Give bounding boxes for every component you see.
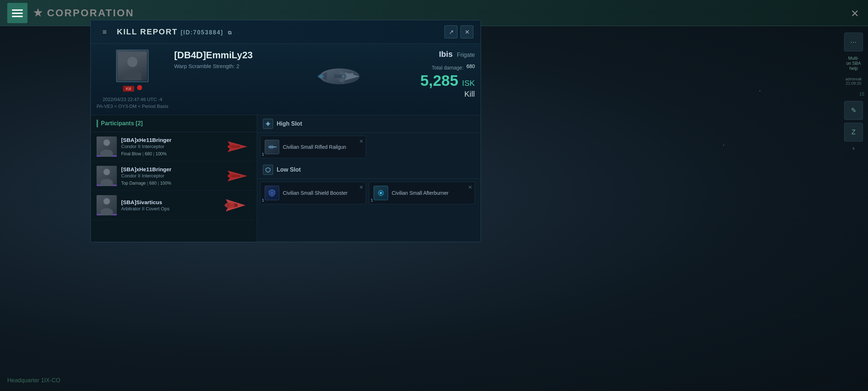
participant-ship-3: Arbitrator II Covert Ops [121, 206, 218, 211]
corp-title: ★ CORPORATION [33, 7, 134, 19]
participant-avatar-3 [97, 195, 117, 215]
sidebar-right: ⋯ Multi-on SBAhelp adminrak21:09:20 15 ✎… [839, 29, 868, 155]
modal-copy-icon: ⧉ [228, 30, 232, 35]
participant-avatar-1 [97, 136, 117, 157]
modal-close-button[interactable]: ✕ [460, 25, 473, 38]
sidebar-dots-icon[interactable]: ⋯ [844, 33, 863, 51]
sidebar-chat-text: Multi-on SBAhelp [843, 54, 864, 72]
afterburner-count: 1 [371, 198, 373, 202]
modal-body: Participants [2] [SBA]xHe11Bringer Condo… [91, 115, 481, 242]
railgun-count: 1 [262, 152, 264, 156]
railgun-name: Civilian Small Rifled Railgun [283, 144, 346, 150]
sidebar-user-text: adminrak21:09:20 [843, 75, 864, 87]
corp-bar-3 [97, 214, 117, 215]
location-label: Headquarter 1IX-CO [7, 377, 60, 384]
svg-rect-26 [272, 145, 273, 149]
ship-type: Ibis Frigate [387, 50, 475, 59]
corp-star-icon: ★ [33, 7, 43, 19]
low-slot-items: 1 Civilian Small Shield Booster ✕ 1 [257, 179, 481, 207]
shield-close-button[interactable]: ✕ [359, 184, 363, 190]
player-location: PA-VE3 < OY3-DM < Period Basis [97, 104, 168, 109]
svg-rect-0 [12, 9, 23, 11]
modal-external-button[interactable]: ↗ [444, 25, 458, 38]
afterburner-svg [376, 189, 385, 197]
modal-header: ≡ KILL REPORT [ID:7053884] ⧉ ↗ ✕ [91, 20, 481, 44]
bottom-location: Headquarter 1IX-CO [7, 377, 60, 384]
svg-point-10 [342, 75, 345, 78]
participant-stats-2: Top Damage | 680 | 100% [121, 181, 218, 186]
participant-ship-1: Condor II Interceptor [121, 144, 218, 149]
afterburner-close-button[interactable]: ✕ [468, 184, 472, 190]
ship-display [303, 47, 376, 105]
participant-info-3: [SBA]Sivarticus Arbitrator II Covert Ops [121, 199, 218, 211]
modal-menu-button[interactable]: ≡ [98, 25, 111, 38]
high-slot-icon [263, 119, 273, 129]
participant-info-1: [SBA]xHe11Bringer Condor II Interceptor … [121, 137, 218, 156]
menu-button[interactable] [7, 3, 27, 23]
sidebar-edit-icon[interactable]: ✎ [844, 101, 863, 120]
sidebar-bottom-text: s [843, 144, 864, 152]
railgun-svg [268, 143, 276, 151]
participant-name-1: [SBA]xHe11Bringer [121, 137, 218, 143]
equipment-item-shield: 1 Civilian Small Shield Booster ✕ [260, 182, 366, 204]
shield-icon [265, 167, 271, 173]
participants-header: Participants [2] [91, 115, 257, 132]
participant-ship-svg-3 [224, 196, 249, 214]
low-slot-header: Low Slot [257, 161, 481, 179]
participant-name-3: [SBA]Sivarticus [121, 199, 218, 205]
player-section: Kill 2022/04/23 22:47:46 UTC -4 PA-VE3 <… [91, 44, 481, 115]
svg-marker-24 [275, 146, 276, 148]
equipment-item-railgun: 1 Civilian Small Rifled Railgun ✕ [260, 136, 366, 158]
participant-row[interactable]: [SBA]xHe11Bringer Condor II Interceptor … [91, 132, 257, 161]
high-slot-header: High Slot [257, 115, 481, 133]
low-slot-label: Low Slot [277, 167, 301, 173]
shield-booster-name: Civilian Small Shield Booster [283, 190, 348, 196]
participant-info-2: [SBA]xHe11Bringer Condor II Interceptor … [121, 166, 218, 186]
equipment-panel: High Slot 1 Civilian Sm [257, 115, 481, 242]
sidebar-count: 15 [843, 90, 864, 98]
participant-stats-1: Final Blow | 680 | 100% [121, 151, 218, 156]
sidebar-z-icon[interactable]: Z [844, 123, 863, 142]
kill-badge: Kill [123, 86, 134, 92]
shield-svg [268, 189, 276, 197]
red-dot-icon [137, 85, 142, 90]
participant-ship-img-1 [222, 136, 251, 157]
participants-panel: Participants [2] [SBA]xHe11Bringer Condo… [91, 115, 257, 242]
participant-row-2[interactable]: [SBA]xHe11Bringer Condor II Interceptor … [91, 161, 257, 191]
participant-ship-img-3 [222, 195, 251, 215]
participant-ship-svg-1 [224, 138, 249, 156]
high-slot-section: High Slot 1 Civilian Sm [257, 115, 481, 161]
participant-row-3[interactable]: [SBA]Sivarticus Arbitrator II Covert Ops [91, 191, 257, 220]
main-close-button[interactable]: ✕ [846, 4, 864, 22]
player-avatar [116, 50, 149, 82]
ship-image [307, 51, 372, 102]
afterburner-icon [374, 186, 388, 200]
participant-ship-2: Condor II Interceptor [121, 173, 218, 178]
participant-ship-img-2 [222, 166, 251, 186]
low-slot-icon [263, 165, 273, 175]
player-date: 2022/04/23 22:47:46 UTC -4 [103, 97, 162, 102]
high-slot-label: High Slot [277, 121, 302, 127]
corp-bar-1 [97, 155, 117, 157]
participants-title: Participants [2] [101, 120, 143, 127]
svg-rect-25 [270, 145, 271, 149]
railgun-icon [265, 140, 279, 154]
high-slot-items: 1 Civilian Small Rifled Railgun ✕ [257, 133, 481, 161]
ship-stats: Ibis Frigate Total damage: 680 5,285 ISK… [381, 44, 481, 105]
shield-count: 1 [262, 198, 264, 202]
svg-rect-14 [231, 146, 240, 148]
corp-name: CORPORATION [47, 7, 134, 19]
shield-booster-icon [265, 186, 279, 200]
railgun-close-button[interactable]: ✕ [359, 138, 363, 144]
modal-title: KILL REPORT [ID:7053884] ⧉ [117, 27, 439, 37]
kill-report-modal: ≡ KILL REPORT [ID:7053884] ⧉ ↗ ✕ Kill 20… [90, 20, 481, 242]
participant-name-2: [SBA]xHe11Bringer [121, 166, 218, 172]
damage-line: Total damage: 680 [387, 62, 475, 71]
modal-actions: ↗ ✕ [444, 25, 473, 38]
corp-bar-2 [97, 185, 117, 186]
result-label: Kill [387, 89, 475, 99]
participants-bar-icon [97, 119, 98, 127]
equipment-item-afterburner: 1 Civilian Small Afterburner ✕ [369, 182, 475, 204]
low-slot-section: Low Slot 1 Civilian Small Shield Booster [257, 161, 481, 207]
weapon-icon [265, 121, 271, 127]
